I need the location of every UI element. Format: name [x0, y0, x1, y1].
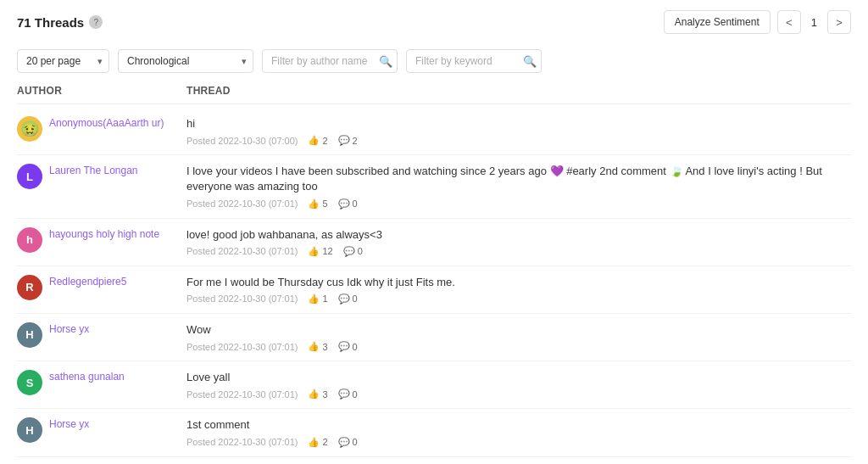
avatar: 🤢: [17, 116, 42, 142]
thread-comments: 💬 0: [338, 389, 358, 400]
like-count: 1: [322, 293, 327, 304]
avatar: H: [17, 417, 42, 443]
author-filter-input[interactable]: [262, 49, 398, 73]
author-cell: H Horse yx: [17, 417, 186, 443]
avatar: h: [17, 227, 42, 253]
table-row: 🤢 Anonymous(AaaAarth ur) hi Posted 2022-…: [17, 108, 851, 155]
table-row: R Redlegendpiere5 For me I would be Thur…: [17, 266, 851, 314]
thread-date: Posted 2022-10-30 (07:01): [186, 293, 298, 304]
thumb-up-icon: 👍: [308, 198, 320, 210]
author-filter-wrapper: 🔍: [262, 49, 398, 73]
avatar: H: [17, 322, 42, 348]
thumb-up-icon: 👍: [308, 341, 320, 352]
keyword-search-icon[interactable]: 🔍: [523, 55, 537, 68]
avatar: R: [17, 275, 42, 300]
threads-label: Threads: [35, 15, 84, 30]
thread-content: 1st comment Posted 2022-10-30 (07:01) 👍 …: [186, 417, 851, 447]
author-cell: 🤢 Anonymous(AaaAarth ur): [17, 116, 186, 142]
avatar-letter: H: [25, 328, 33, 341]
thread-content: For me I would be Thursday cus Idk why i…: [186, 275, 851, 305]
page-container: 71 Threads ? Analyze Sentiment < 1 > 20 …: [0, 0, 868, 464]
thread-content: Wow Posted 2022-10-30 (07:01) 👍 3 💬 0: [186, 322, 851, 352]
thread-date: Posted 2022-10-30 (07:01): [186, 437, 298, 447]
comment-icon: 💬: [338, 293, 350, 305]
like-count: 3: [322, 342, 327, 352]
thread-content: I love your videos I have been subscribe…: [186, 164, 851, 209]
thread-likes: 👍 1: [308, 293, 327, 305]
filters-row: 20 per page 10 per page 50 per page 100 …: [17, 49, 851, 73]
thread-meta: Posted 2022-10-30 (07:01) 👍 3 💬 0: [186, 341, 851, 352]
table-row: H Horse yx Wow Posted 2022-10-30 (07:01)…: [17, 314, 851, 361]
author-name[interactable]: hayoungs holy high note: [49, 227, 159, 242]
comment-icon: 💬: [338, 341, 350, 352]
thread-likes: 👍 3: [308, 341, 327, 352]
comment-icon: 💬: [343, 246, 355, 257]
avatar-letter: H: [25, 424, 33, 437]
thread-content: hi Posted 2022-10-30 (07:00) 👍 2 💬 2: [186, 116, 851, 146]
analyze-sentiment-button[interactable]: Analyze Sentiment: [664, 10, 771, 34]
like-count: 2: [322, 437, 327, 447]
like-count: 3: [322, 389, 327, 400]
like-count: 12: [322, 246, 332, 256]
thread-text: 1st comment: [186, 417, 851, 433]
thread-meta: Posted 2022-10-30 (07:01) 👍 5 💬 0: [186, 198, 851, 210]
comment-count: 0: [353, 389, 358, 400]
comment-icon: 💬: [338, 389, 350, 400]
comment-count: 0: [353, 198, 358, 209]
pagination-current: 1: [808, 16, 821, 29]
author-cell: S sathena gunalan: [17, 370, 186, 395]
header-row: 71 Threads ? Analyze Sentiment < 1 >: [17, 10, 851, 37]
table-row: h hayoungs holy high note love! good job…: [17, 219, 851, 266]
keyword-filter-input[interactable]: [406, 49, 542, 73]
comment-count: 0: [353, 342, 358, 352]
author-name[interactable]: Horse yx: [49, 417, 89, 432]
sort-select[interactable]: Chronological Reverse Chronological Top …: [118, 49, 253, 73]
author-name[interactable]: sathena gunalan: [49, 370, 125, 384]
author-name[interactable]: Anonymous(AaaAarth ur): [49, 116, 164, 131]
comment-count: 0: [358, 246, 363, 256]
author-name[interactable]: Redlegendpiere5: [49, 275, 126, 289]
table-row: S sathena gunalan Love yall Posted 2022-…: [17, 361, 851, 409]
header-right: Analyze Sentiment < 1 >: [664, 10, 851, 34]
header-left: 71 Threads ?: [17, 15, 103, 30]
pagination-next-button[interactable]: >: [827, 10, 851, 34]
thread-meta: Posted 2022-10-30 (07:01) 👍 3 💬 0: [186, 389, 851, 400]
comment-count: 0: [353, 293, 358, 304]
thumb-up-icon: 👍: [308, 246, 320, 257]
author-search-icon[interactable]: 🔍: [379, 55, 392, 68]
thread-date: Posted 2022-10-30 (07:01): [186, 246, 298, 256]
thread-content: Love yall Posted 2022-10-30 (07:01) 👍 3 …: [186, 370, 851, 400]
avatar-emoji: 🤢: [20, 120, 39, 138]
thumb-up-icon: 👍: [308, 437, 320, 448]
help-icon[interactable]: ?: [89, 15, 103, 29]
thread-likes: 👍 2: [308, 437, 327, 448]
comment-count: 2: [353, 136, 358, 146]
thread-comments: 💬 0: [338, 437, 358, 448]
col-author-header: Author: [17, 85, 186, 97]
thread-meta: Posted 2022-10-30 (07:00) 👍 2 💬 2: [186, 135, 851, 146]
thread-meta: Posted 2022-10-30 (07:01) 👍 2 💬 0: [186, 437, 851, 448]
avatar-letter: S: [26, 377, 34, 389]
avatar: L: [17, 164, 42, 189]
thread-meta: Posted 2022-10-30 (07:01) 👍 12 💬 0: [186, 246, 851, 257]
avatar-letter: h: [26, 233, 33, 246]
author-name[interactable]: Horse yx: [49, 322, 89, 337]
avatar-letter: R: [25, 281, 33, 293]
thread-text: Wow: [186, 322, 851, 338]
thread-date: Posted 2022-10-30 (07:01): [186, 389, 298, 400]
avatar: S: [17, 370, 42, 395]
count-number: 71: [17, 15, 31, 30]
thread-likes: 👍 5: [308, 198, 327, 210]
pagination-prev-button[interactable]: <: [777, 10, 801, 34]
thread-list: 🤢 Anonymous(AaaAarth ur) hi Posted 2022-…: [17, 108, 851, 464]
table-header: Author Thread: [17, 85, 851, 104]
per-page-select[interactable]: 20 per page 10 per page 50 per page 100 …: [17, 49, 109, 73]
sort-wrapper: Chronological Reverse Chronological Top …: [118, 49, 253, 73]
thread-comments: 💬 0: [338, 341, 358, 352]
author-cell: h hayoungs holy high note: [17, 227, 186, 253]
author-name[interactable]: Lauren The Longan: [49, 164, 138, 178]
table-row: M Marcus Lim hi Posted 2022-10-30 (07:01…: [17, 457, 851, 465]
per-page-wrapper: 20 per page 10 per page 50 per page 100 …: [17, 49, 109, 73]
table-row: L Lauren The Longan I love your videos I…: [17, 155, 851, 218]
thread-text: I love your videos I have been subscribe…: [186, 164, 851, 194]
